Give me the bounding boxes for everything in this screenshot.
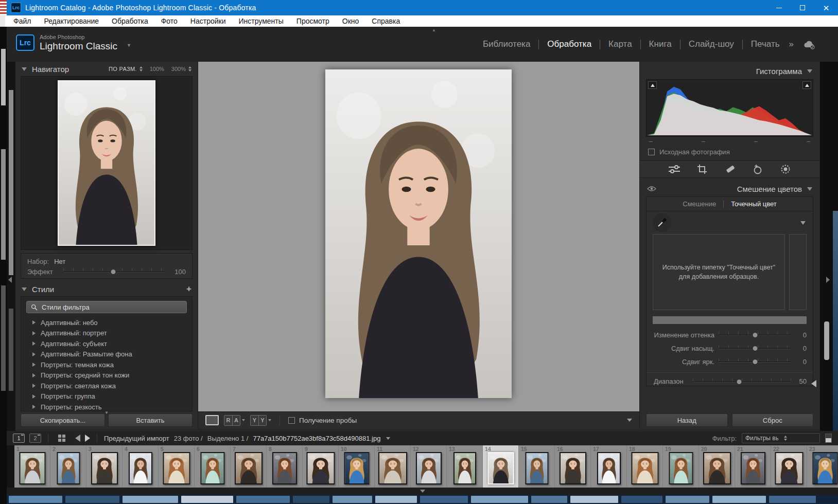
range-slider[interactable] (693, 378, 791, 385)
toolbar-options-icon[interactable] (627, 419, 632, 422)
histogram-header[interactable]: Гистограмма (640, 64, 819, 78)
styles-search-input[interactable]: Стили фильтра (26, 301, 187, 313)
brand-caret-icon[interactable]: ▼ (127, 43, 131, 48)
before-after-group[interactable]: Y Y (250, 415, 271, 426)
filmstrip-cell-11[interactable]: 11 (375, 445, 411, 488)
expand-triangle-icon[interactable] (32, 384, 36, 388)
filter-dropdown[interactable]: Фильтры выключ... (742, 433, 820, 443)
go-forward-icon[interactable] (85, 435, 90, 442)
photo-thumbnail[interactable] (597, 452, 621, 484)
filmstrip-cell-15[interactable]: 15 (519, 445, 555, 488)
style-item-6[interactable]: Портреты: средний тон кожи (21, 370, 192, 381)
photo-thumbnail[interactable] (525, 452, 548, 484)
tab-mixer[interactable]: Смешение (683, 200, 716, 208)
photo-thumbnail[interactable] (200, 452, 224, 484)
expand-triangle-icon[interactable] (32, 341, 36, 346)
expand-triangle-icon[interactable] (32, 373, 36, 377)
loupe-view-icon[interactable] (205, 415, 219, 425)
photo-thumbnail[interactable] (775, 452, 803, 484)
filmstrip-cell-20[interactable]: 20 (699, 445, 735, 488)
filmstrip-cell-1[interactable]: 1 (14, 445, 50, 488)
expand-triangle-icon[interactable] (32, 394, 36, 399)
style-item-8[interactable]: Портреты: группа (21, 391, 192, 402)
photo-thumbnail[interactable] (235, 452, 263, 484)
filter-switch[interactable] (825, 434, 832, 443)
checkbox-icon[interactable] (648, 149, 655, 155)
styles-header[interactable]: Стили + (15, 282, 198, 296)
chevron-down-icon[interactable] (242, 419, 245, 421)
filmstrip-cell-23[interactable]: 23 (807, 445, 838, 488)
menu-item-6[interactable]: Инструменты (239, 17, 284, 25)
highlight-clipping-icon[interactable] (802, 81, 811, 89)
filmstrip-cell-5[interactable]: 5 (159, 445, 195, 488)
histogram-box[interactable] (646, 79, 813, 137)
filmstrip-cell-2[interactable]: 2 (50, 445, 86, 488)
navigator-header[interactable]: Навигатор ПО РАЗМ. 100% 300% (15, 62, 198, 76)
menu-item-8[interactable]: Окно (342, 17, 359, 25)
source-label[interactable]: Предыдущий импорт (104, 435, 169, 442)
effect-slider-thumb[interactable] (110, 269, 116, 275)
add-preset-button[interactable]: + (186, 284, 191, 294)
before-after-y2[interactable]: Y (258, 416, 266, 425)
zoom-100-button[interactable]: 100% (150, 66, 164, 72)
slider[interactable] (719, 331, 791, 338)
slider[interactable] (719, 358, 791, 365)
photo-thumbnail[interactable] (163, 452, 190, 484)
module-2[interactable]: Обработка (546, 37, 592, 51)
expand-triangle-icon[interactable] (32, 405, 36, 409)
original-photo-toggle[interactable]: Исходная фотография (640, 145, 819, 156)
crop-tool-icon[interactable] (696, 163, 708, 175)
menu-item-3[interactable]: Обработка (112, 17, 148, 25)
style-item-1[interactable]: Адаптивный: небо (21, 317, 192, 328)
color-mixer-header[interactable]: Смешение цветов (640, 181, 819, 196)
style-item-7[interactable]: Портреты: светлая кожа (21, 381, 192, 391)
reference-view-group[interactable]: R A (224, 415, 245, 426)
soft-proofing-toggle[interactable]: Получение пробы (288, 417, 357, 424)
style-item-4[interactable]: Адаптивный: Размытие фона (21, 349, 192, 360)
cloud-sync-icon[interactable] (803, 40, 815, 51)
photo-thumbnail[interactable] (669, 452, 693, 484)
slider-thumb[interactable] (752, 346, 758, 351)
module-overflow-button[interactable]: » (789, 39, 794, 49)
filmstrip-cell-19[interactable]: 19 (663, 445, 699, 488)
reference-view-a[interactable]: A (232, 416, 240, 425)
filmstrip-cell-17[interactable]: 17 (591, 445, 627, 488)
filmstrip-cell-21[interactable]: 21 (735, 445, 771, 488)
tab-point-color[interactable]: Точечный цвет (731, 200, 777, 208)
filmstrip-cell-12[interactable]: 12 (411, 445, 447, 488)
panel-side-arrow-icon[interactable] (811, 380, 816, 387)
photo-thumbnail[interactable] (129, 452, 152, 484)
filmstrip-cell-18[interactable]: 18 (627, 445, 663, 488)
chevron-down-icon[interactable] (268, 419, 271, 421)
filmstrip-cell-13[interactable]: 13 (447, 445, 483, 488)
photo-thumbnail[interactable] (453, 452, 476, 484)
top-panel-collapse-icon[interactable]: ▲ (432, 28, 436, 32)
menu-item-7[interactable]: Просмотр (296, 17, 329, 25)
shadow-clipping-icon[interactable] (648, 81, 657, 89)
grid-view-icon[interactable] (58, 435, 65, 442)
filmstrip-cell-4[interactable]: 4 (123, 445, 159, 488)
photo-thumbnail[interactable] (378, 452, 407, 484)
menu-item-4[interactable]: Фото (161, 17, 178, 25)
close-button[interactable]: ✕ (814, 0, 838, 15)
slider[interactable] (719, 345, 791, 352)
expand-triangle-icon[interactable] (32, 363, 36, 367)
red-eye-tool-icon[interactable] (752, 163, 764, 175)
left-panel-collapse-icon[interactable] (8, 277, 12, 283)
photo-thumbnail[interactable] (57, 452, 80, 484)
scrollbar-thumb[interactable] (824, 321, 829, 360)
photo-thumbnail[interactable] (344, 452, 369, 484)
fit-zoom-button[interactable]: ПО РАЗМ. (109, 66, 137, 72)
photo-thumbnail[interactable] (741, 452, 765, 484)
filmstrip-cell-6[interactable]: 6 (195, 445, 231, 488)
current-filename[interactable]: 77a7a150b7752ae3bf8a73c58d490881.jpg (253, 435, 380, 442)
module-3[interactable]: Карта (607, 37, 633, 51)
photo-thumbnail[interactable] (272, 452, 297, 484)
menu-item-1[interactable]: Файл (13, 17, 31, 25)
filmstrip-cell-7[interactable]: 7 (231, 445, 267, 488)
edit-adjustments-icon[interactable] (668, 163, 680, 175)
before-after-y1[interactable]: Y (251, 416, 258, 425)
photo-thumbnail[interactable] (91, 452, 118, 484)
module-4[interactable]: Книга (648, 37, 673, 51)
photo-thumbnail[interactable] (812, 452, 837, 484)
